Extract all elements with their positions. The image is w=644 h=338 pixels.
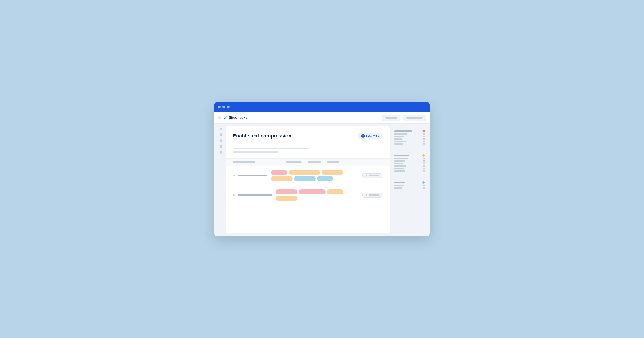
- right-sub-2-6: [394, 170, 425, 172]
- row-name-1: [238, 175, 268, 176]
- col-header-3: [308, 161, 321, 163]
- tag-orange-xl: [289, 170, 320, 175]
- right-sub-1-5: [394, 143, 425, 145]
- sub-bar-1-2: [394, 136, 404, 137]
- sidebar-dot-5: [220, 151, 222, 154]
- main-panel: Enable text compression ? How to fix: [226, 126, 390, 233]
- right-section3-bar: [394, 182, 405, 183]
- traffic-light-close[interactable]: [218, 106, 220, 108]
- toolbar-btn1-bar: [385, 117, 397, 119]
- logo-area: Sitechecker: [218, 115, 379, 120]
- row-action-1[interactable]: [362, 173, 382, 178]
- sub-dot-1-1: [423, 133, 425, 135]
- divider-2: [394, 177, 425, 178]
- left-sidebar: [214, 124, 226, 236]
- sub-dot-3-2: [423, 187, 425, 189]
- right-section3-header: [394, 181, 425, 184]
- sidebar-dot-3: [220, 139, 222, 142]
- row-action-2[interactable]: [362, 193, 382, 197]
- sub-dot-3-1: [423, 185, 425, 186]
- brand-name: Sitechecker: [229, 116, 249, 120]
- tag2-orange-md: [276, 196, 297, 201]
- sub-dot-2-5: [423, 168, 425, 169]
- browser-titlebar: [214, 102, 430, 112]
- tag-orange-md-1: [322, 170, 343, 175]
- sub-dot-1-4: [423, 141, 425, 142]
- right-dot-orange: [422, 154, 425, 157]
- right-section1-bar: [394, 130, 412, 132]
- question-icon: ?: [361, 134, 365, 138]
- tag-pink-sm: [271, 170, 287, 175]
- sub-bar-2-2: [394, 161, 405, 162]
- row-tags-2: [276, 189, 359, 201]
- nav-circle: [218, 116, 221, 119]
- sub-dot-1-5: [423, 143, 425, 145]
- traffic-light-maximize[interactable]: [227, 106, 230, 108]
- col-header-2: [286, 161, 302, 163]
- right-sub-3-1: [394, 185, 425, 186]
- sidebar-dot-1: [220, 128, 222, 130]
- action-bar-1: [369, 175, 379, 176]
- how-to-fix-label: How to fix: [366, 134, 379, 138]
- sub-bar-2-5: [394, 168, 404, 169]
- action-bar-2: [369, 194, 379, 196]
- sub-bar-2-4: [394, 166, 406, 167]
- sub-dot-1-3: [423, 138, 425, 140]
- right-dot-red: [422, 130, 425, 132]
- sub-dot-2-4: [423, 165, 425, 167]
- right-sub-2-5: [394, 168, 425, 169]
- action-dot-1: [366, 175, 367, 176]
- content-description: [226, 144, 390, 159]
- table-row-2: [226, 185, 390, 205]
- table-header-row: [226, 159, 390, 166]
- page-title: Enable text compression: [233, 133, 291, 139]
- sub-dot-1-2: [423, 136, 425, 137]
- sub-dot-2-2: [423, 160, 425, 162]
- sub-bar-2-1: [394, 158, 408, 159]
- tag-blue-sm: [317, 176, 333, 181]
- sub-bar-1-5: [394, 143, 403, 145]
- right-section-1: [394, 130, 425, 146]
- browser-window: Sitechecker Enable text compression ?: [214, 102, 430, 236]
- right-section1-header: [394, 130, 425, 132]
- row-name-2: [238, 194, 272, 196]
- right-sub-1-3: [394, 138, 425, 140]
- tag2-orange-sm: [327, 189, 343, 194]
- toolbar-btn2-bar: [406, 117, 423, 119]
- divider-1: [394, 151, 425, 151]
- traffic-light-minimize[interactable]: [222, 106, 225, 108]
- sidebar-dot-2: [220, 134, 222, 136]
- tag2-pink-md: [276, 189, 297, 194]
- right-sub-2-3: [394, 163, 425, 164]
- toolbar-button-1[interactable]: [382, 115, 400, 121]
- right-sub-2-2: [394, 160, 425, 162]
- sub-dot-2-3: [423, 163, 425, 164]
- tag2-pink-lg: [298, 189, 326, 194]
- sub-bar-1-1: [394, 134, 407, 135]
- col-header-4: [327, 161, 339, 163]
- action-dot-2: [366, 194, 367, 196]
- col-header-1: [233, 161, 255, 163]
- right-section-2: [394, 154, 425, 172]
- browser-toolbar: Sitechecker: [214, 112, 430, 124]
- sub-bar-3-1: [394, 185, 404, 186]
- toolbar-button-2[interactable]: [403, 115, 426, 121]
- desc-line-1: [233, 148, 310, 150]
- right-sub-1-2: [394, 136, 425, 137]
- right-section2-bar: [394, 155, 408, 157]
- logo-icon: Sitechecker: [223, 115, 249, 120]
- sub-bar-1-3: [394, 138, 402, 140]
- desc-line-2: [233, 151, 278, 153]
- row-icon-2: [233, 194, 234, 196]
- sub-dot-2-6: [423, 170, 425, 172]
- sub-bar-2-6: [394, 170, 405, 172]
- tag-orange-md-2: [271, 176, 293, 181]
- right-dot-blue: [422, 181, 425, 184]
- right-section2-header: [394, 154, 425, 157]
- browser-body: Enable text compression ? How to fix: [214, 124, 430, 236]
- row-icon-1: [233, 175, 234, 176]
- tag-blue-md: [294, 176, 316, 181]
- right-sub-2-1: [394, 158, 425, 159]
- how-to-fix-button[interactable]: ? How to fix: [358, 133, 382, 139]
- sub-bar-1-4: [394, 141, 406, 142]
